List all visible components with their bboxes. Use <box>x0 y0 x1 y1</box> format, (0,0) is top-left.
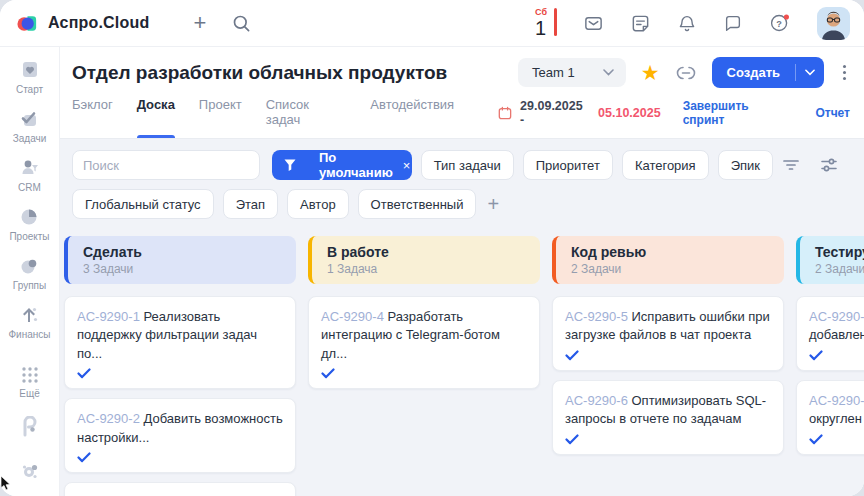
chat-icon[interactable] <box>723 13 743 33</box>
column-title: Код ревью <box>571 244 772 260</box>
more-menu-icon[interactable] <box>839 61 850 84</box>
tab-automations[interactable]: Автодействия <box>370 97 454 138</box>
finance-icon <box>18 304 40 326</box>
column-in-progress: В работе 1 Задача AC-9290-4 Разработать … <box>308 236 540 496</box>
task-card[interactable]: AC-9290-3 Обновить UI компонентов в карт… <box>64 482 296 496</box>
user-avatar[interactable] <box>817 7 850 40</box>
column-title: Сделать <box>83 244 284 260</box>
sidebar-item-finance[interactable]: Финансы <box>9 304 51 340</box>
team-selector[interactable]: Team 1 <box>518 58 626 87</box>
column-header: Код ревью 2 Задачи <box>552 236 784 284</box>
partner-logo-icon[interactable] <box>19 416 41 438</box>
check-icon <box>77 452 283 463</box>
sidebar-item-projects[interactable]: Проекты <box>9 206 49 242</box>
logo-text: Аспро.Cloud <box>48 14 149 32</box>
column-todo: Сделать 3 Задачи AC-9290-1 Реализовать п… <box>64 236 296 496</box>
report-link[interactable]: Отчет <box>815 106 850 120</box>
tab-board[interactable]: Доска <box>137 97 175 138</box>
filter-priority[interactable]: Приоритет <box>523 150 613 180</box>
add-filter-button[interactable]: + <box>487 194 499 214</box>
sprint-range-end: 05.10.2025 <box>598 106 661 120</box>
team-selector-value: Team 1 <box>532 65 575 80</box>
clear-filter-icon[interactable]: × <box>403 158 412 173</box>
task-title: округлен <box>809 411 862 426</box>
sidebar-item-tasks[interactable]: Задачи <box>13 108 47 144</box>
filter-task-type[interactable]: Тип задачи <box>421 150 514 180</box>
page-title: Отдел разработки облачных продуктов <box>72 62 447 84</box>
finish-sprint-link[interactable]: Завершить спринт <box>683 99 794 127</box>
main-area: Отдел разработки облачных продуктов Team… <box>60 47 864 496</box>
filter-category[interactable]: Категория <box>622 150 709 180</box>
sidebar-item-start[interactable]: Старт <box>16 59 43 95</box>
app-window: Аспро.Cloud + Сб 1 <box>0 0 864 496</box>
filter-global-status[interactable]: Глобальный статус <box>72 189 214 219</box>
task-card[interactable]: AC-9290-2 Добавить возможность настройки… <box>64 398 296 473</box>
filter-stage[interactable]: Этап <box>223 189 278 219</box>
active-filter-chip[interactable]: По умолчанию × <box>272 150 412 180</box>
favorite-star-icon[interactable]: ★ <box>641 62 660 83</box>
sidebar-item-crm[interactable]: CRM <box>18 157 41 193</box>
create-chevron-icon[interactable] <box>796 69 824 76</box>
calendar-day: 1 <box>535 18 546 38</box>
filter-epic[interactable]: Эпик <box>718 150 773 180</box>
task-card[interactable]: AC-9290-4 Разработать интеграцию с Teleg… <box>308 296 540 389</box>
task-card[interactable]: AC-9290-1 Реализовать поддержку фильтрац… <box>64 296 296 389</box>
check-icon <box>565 350 771 361</box>
tab-task-list[interactable]: Список задач <box>266 97 347 138</box>
task-id: AC-9290-4 <box>321 309 384 324</box>
bell-icon[interactable] <box>677 13 697 34</box>
task-card[interactable]: AC-9290-округлен <box>796 380 864 455</box>
search-input[interactable] <box>72 150 260 180</box>
help-icon[interactable]: ? <box>769 12 791 34</box>
task-id: AC-9290-1 <box>77 309 140 324</box>
copy-link-icon[interactable] <box>675 62 697 84</box>
column-count: 1 Задача <box>327 262 528 276</box>
column-header: Сделать 3 Задачи <box>64 236 296 284</box>
sidebar-item-more[interactable]: Ещё <box>19 365 39 399</box>
column-header: В работе 1 Задача <box>308 236 540 284</box>
search-icon[interactable] <box>232 14 251 33</box>
tasks-icon <box>18 108 40 130</box>
check-icon <box>565 434 771 445</box>
settings-sliders-icon[interactable] <box>820 156 838 174</box>
app-logo[interactable]: Аспро.Cloud <box>16 12 149 35</box>
sidebar-label: Проекты <box>9 231 49 242</box>
column-code-review: Код ревью 2 Задачи AC-9290-5 Исправить о… <box>552 236 784 496</box>
sprint-info: 29.09.2025 - 05.10.2025 Завершить спринт… <box>498 99 850 137</box>
page-header: Отдел разработки облачных продуктов Team… <box>60 47 864 139</box>
gear-icon[interactable] <box>19 460 41 482</box>
task-title: добавлен <box>809 327 864 342</box>
task-id: AC-9290-2 <box>77 411 140 426</box>
tab-backlog[interactable]: Бэклог <box>72 97 113 138</box>
task-id: AC-9290-6 <box>565 393 628 408</box>
funnel-icon <box>272 158 308 172</box>
sprint-range-start: 29.09.2025 - <box>520 99 590 127</box>
tab-project[interactable]: Проект <box>199 97 242 138</box>
sidebar-label: Старт <box>16 84 43 95</box>
task-card[interactable]: AC-9290-добавлен <box>796 296 864 371</box>
groups-icon <box>18 255 40 277</box>
more-grid-icon <box>20 365 40 385</box>
quick-add-button[interactable]: + <box>193 12 206 34</box>
workspace: По умолчанию × Тип задачи Приоритет Кате… <box>60 139 864 496</box>
tabs: Бэклог Доска Проект Список задач Автодей… <box>72 97 454 138</box>
filter-assignee[interactable]: Ответственный <box>358 189 477 219</box>
active-filter-label: По умолчанию <box>308 150 403 180</box>
task-card[interactable]: AC-9290-5 Исправить ошибки при загрузке … <box>552 296 784 371</box>
task-card[interactable]: AC-9290-6 Оптимизировать SQL-запросы в о… <box>552 380 784 455</box>
mail-icon[interactable] <box>583 13 604 34</box>
calendar-date-widget[interactable]: Сб 1 <box>535 8 557 38</box>
create-button[interactable]: Создать <box>712 57 824 88</box>
filter-author[interactable]: Автор <box>287 189 349 219</box>
sidebar-item-groups[interactable]: Группы <box>13 255 46 291</box>
sidebar-label: CRM <box>18 182 41 193</box>
calendar-bar <box>554 8 557 36</box>
check-icon <box>77 368 283 379</box>
sidebar-label: Группы <box>13 280 46 291</box>
svg-text:?: ? <box>776 19 782 29</box>
check-icon <box>321 368 527 379</box>
notes-icon[interactable] <box>630 13 651 34</box>
kanban-board: Сделать 3 Задачи AC-9290-1 Реализовать п… <box>64 236 850 496</box>
mouse-cursor <box>0 476 12 492</box>
sort-icon[interactable] <box>782 158 800 172</box>
